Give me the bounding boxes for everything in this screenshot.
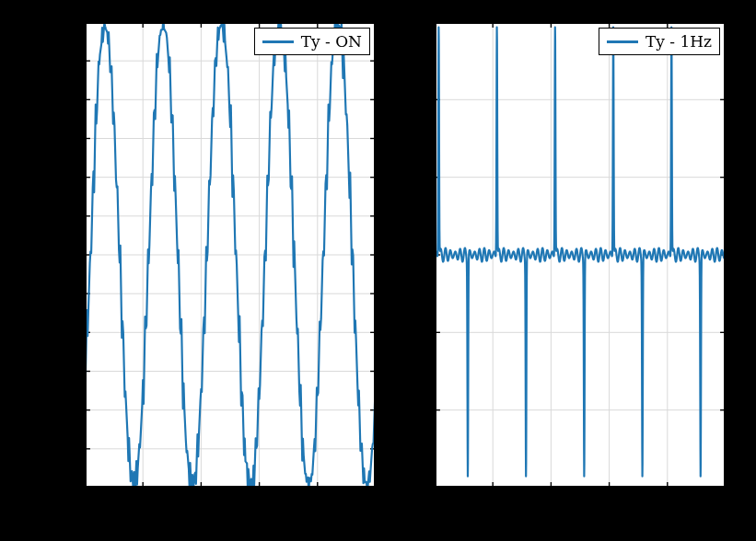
legend-swatch-icon [607, 40, 638, 43]
plot-left [85, 22, 376, 488]
grid-left [85, 22, 376, 488]
ytick: 0 [67, 247, 77, 266]
legend-left: Ty - ON [254, 28, 370, 55]
xtick: 2 [198, 493, 208, 512]
ytick: -1000 [382, 326, 427, 344]
ytick: 80 [57, 91, 77, 109]
xtick: 0 [430, 493, 440, 512]
xtick: 3 [257, 493, 267, 512]
legend-swatch-icon [262, 40, 294, 43]
ytick: -20 [52, 287, 77, 305]
ylabel-left: Torque [Nm] [10, 199, 30, 312]
ytick: -60 [52, 365, 77, 384]
ytick: -3000 [382, 482, 427, 501]
xtick: 1 [489, 493, 499, 512]
ytick: -100 [42, 443, 77, 462]
series-ty-1hz [435, 28, 726, 477]
ytick: 40 [57, 169, 77, 188]
xlabel-left: Time [s] [194, 515, 267, 535]
ytick: 2000 [388, 91, 427, 109]
xtick: 4 [666, 493, 676, 512]
ytick: -40 [52, 326, 77, 344]
ytick: 120 [48, 13, 77, 31]
ytick: 3000 [388, 13, 427, 31]
xtick: 5 [725, 493, 735, 512]
ytick: 0 [417, 247, 427, 266]
figure: Ty - ON -120-100-80-60-40-20020406080100… [0, 0, 756, 541]
xtick: 1 [139, 493, 149, 512]
xtick: 4 [316, 493, 326, 512]
ytick: 20 [57, 209, 77, 227]
legend-left-label: Ty - ON [301, 32, 362, 51]
legend-right: Ty - 1Hz [599, 28, 720, 55]
ytick: 1000 [388, 169, 427, 188]
ytick: 100 [48, 52, 77, 71]
xtick: 2 [548, 493, 558, 512]
xtick: 3 [607, 493, 617, 512]
ytick: -120 [42, 482, 77, 501]
xlabel-right: Time [s] [544, 515, 617, 535]
axes-right: Ty - 1Hz -3000-2000-10000100020003000 01… [433, 20, 727, 489]
ytick: -80 [52, 404, 77, 422]
plot-right [435, 22, 726, 488]
legend-right-label: Ty - 1Hz [646, 32, 712, 51]
ytick: 60 [57, 131, 77, 149]
ytick: -2000 [382, 404, 427, 422]
ylabel-right: Torque [Nm] [390, 199, 411, 312]
xtick: 0 [80, 493, 90, 512]
axes-left: Ty - ON -120-100-80-60-40-20020406080100… [83, 20, 378, 489]
